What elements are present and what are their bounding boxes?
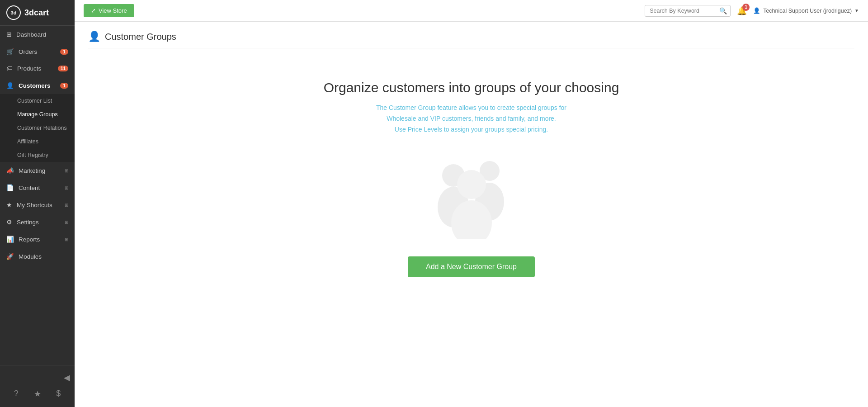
sidebar: 3d 3dcart ⊞ Dashboard 🛒 Orders 1 🏷 Produ… [0,0,75,407]
view-store-label: View Store [99,7,127,14]
customers-submenu: Customer List Manage Groups Customer Rel… [0,94,75,162]
modules-icon: 🚀 [6,253,14,260]
submenu-gift-registry[interactable]: Gift Registry [0,148,75,162]
user-label: Technical Support User (jrodriguez) [763,8,852,14]
sidebar-item-modules[interactable]: 🚀 Modules [0,248,75,265]
topbar-right: 🔍 🔔 1 👤 Technical Support User (jrodrigu… [645,5,859,17]
sidebar-item-dashboard-label: Dashboard [16,31,46,38]
sidebar-item-shortcuts-label: My Shortcuts [17,202,52,208]
search-box: 🔍 [645,5,731,17]
svg-point-4 [457,170,486,199]
empty-state-desc-line3: Use Price Levels to assign your groups s… [395,126,548,133]
collapse-icon: ◀ [64,373,70,383]
groups-svg [426,148,517,239]
sidebar-bottom: ◀ ? ★ $ [0,365,75,407]
page-content: 👤 Customer Groups Organize customers int… [75,22,868,407]
empty-state: Organize customers into groups of your c… [88,62,854,295]
submenu-customer-list[interactable]: Customer List [0,94,75,108]
shortcuts-icon: ★ [6,201,12,208]
sidebar-item-settings-label: Settings [17,219,39,226]
sidebar-item-products-label: Products [17,65,41,72]
sidebar-item-marketing[interactable]: 📣 Marketing ⊞ [0,162,75,179]
reports-expand-icon: ⊞ [65,237,68,242]
page-header-icon: 👤 [88,31,100,43]
sidebar-collapse-button[interactable]: ◀ [0,370,75,385]
empty-state-heading: Organize customers into groups of your c… [324,80,619,95]
dashboard-icon: ⊞ [6,31,12,38]
logo[interactable]: 3d 3dcart [0,0,75,26]
logo-name: 3dcart [24,8,49,18]
marketing-icon: 📣 [6,167,14,174]
sidebar-item-content-label: Content [19,185,40,191]
page-header: 👤 Customer Groups [88,31,854,48]
marketing-expand-icon: ⊞ [65,168,68,173]
search-input[interactable] [645,5,731,17]
notification-icon[interactable]: 🔔 1 [737,6,747,16]
search-icon: 🔍 [719,7,727,14]
topbar: ⤢ View Store 🔍 🔔 1 👤 Technical Support U… [75,0,868,22]
user-menu[interactable]: 👤 Technical Support User (jrodriguez) ▼ [753,7,859,14]
sidebar-item-reports-label: Reports [19,236,40,243]
page-title: Customer Groups [105,32,176,42]
add-customer-group-label: Add a New Customer Group [426,263,517,270]
add-customer-group-button[interactable]: Add a New Customer Group [408,256,535,277]
view-store-icon: ⤢ [91,7,96,14]
empty-state-desc-line1: The Customer Group feature allows you to… [376,104,566,111]
billing-icon[interactable]: $ [56,389,61,399]
customers-badge: 1 [60,83,68,89]
sidebar-item-content[interactable]: 📄 Content ⊞ [0,179,75,196]
content-icon: 📄 [6,184,14,191]
reports-icon: 📊 [6,236,14,243]
notification-badge: 1 [742,4,750,11]
sidebar-item-orders[interactable]: 🛒 Orders 1 [0,43,75,60]
customers-icon: 👤 [6,82,14,89]
submenu-affiliates[interactable]: Affiliates [0,135,75,148]
sidebar-item-dashboard[interactable]: ⊞ Dashboard [0,26,75,43]
view-store-button[interactable]: ⤢ View Store [84,4,134,17]
sidebar-item-customers[interactable]: 👤 Customers 1 [0,77,75,94]
sidebar-item-products[interactable]: 🏷 Products 11 [0,60,75,77]
orders-icon: 🛒 [6,48,14,55]
submenu-manage-groups[interactable]: Manage Groups [0,108,75,121]
groups-illustration [426,148,517,241]
products-badge: 11 [58,66,68,71]
user-icon: 👤 [753,7,760,14]
help-icon[interactable]: ? [14,389,19,399]
sidebar-item-modules-label: Modules [19,253,42,260]
sidebar-item-reports[interactable]: 📊 Reports ⊞ [0,231,75,248]
main-content: ⤢ View Store 🔍 🔔 1 👤 Technical Support U… [75,0,868,407]
shortcuts-expand-icon: ⊞ [65,203,68,208]
logo-icon: 3d [6,5,21,20]
sidebar-item-orders-label: Orders [19,48,37,55]
sidebar-item-my-shortcuts[interactable]: ★ My Shortcuts ⊞ [0,196,75,213]
favorites-icon[interactable]: ★ [34,389,41,399]
orders-badge: 1 [60,49,68,55]
sidebar-item-settings[interactable]: ⚙ Settings ⊞ [0,213,75,231]
settings-expand-icon: ⊞ [65,220,68,225]
sidebar-bottom-icons: ? ★ $ [0,385,75,402]
submenu-customer-relations[interactable]: Customer Relations [0,121,75,135]
sidebar-item-customers-label: Customers [19,82,51,89]
content-expand-icon: ⊞ [65,185,68,190]
sidebar-item-marketing-label: Marketing [19,167,45,174]
empty-state-description: The Customer Group feature allows you to… [376,103,566,135]
settings-icon: ⚙ [6,218,12,226]
user-chevron-icon: ▼ [854,8,859,13]
products-icon: 🏷 [6,65,13,72]
empty-state-desc-line2: Wholesale and VIP customers, friends and… [387,115,556,122]
